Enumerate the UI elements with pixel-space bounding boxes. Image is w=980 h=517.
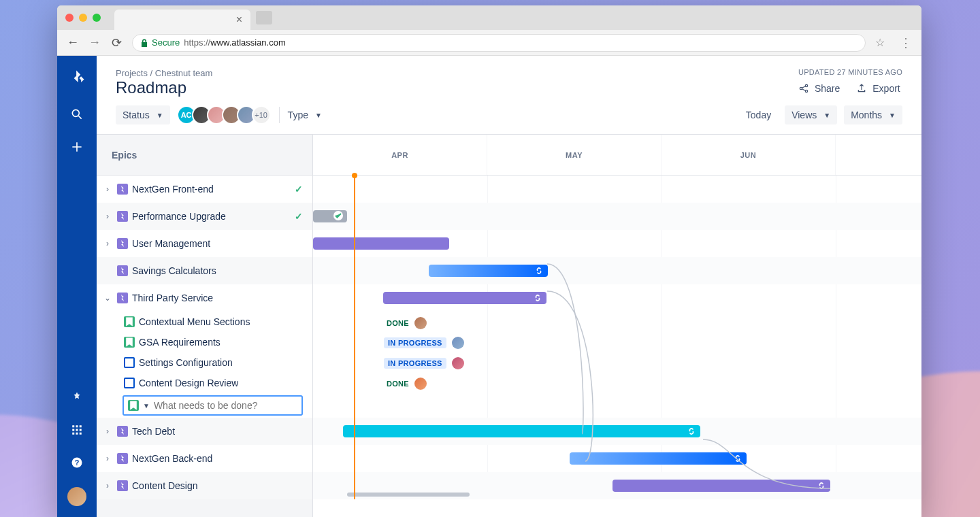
timeline-row <box>313 284 921 312</box>
search-icon[interactable] <box>69 106 85 122</box>
window-controls <box>65 14 101 22</box>
collapse-icon[interactable]: ⌄ <box>102 293 113 303</box>
epic-label: User Management <box>132 238 210 249</box>
epic-bar[interactable] <box>313 237 449 250</box>
months-button[interactable]: Months ▼ <box>844 105 902 124</box>
story-row[interactable]: Contextual Menu Sections <box>97 312 312 332</box>
avatar <box>414 317 427 329</box>
global-sidebar: ? <box>57 56 97 517</box>
epic-bar[interactable] <box>383 292 546 304</box>
check-icon: ✓ <box>295 184 303 195</box>
back-button[interactable]: ← <box>67 35 79 50</box>
epic-row[interactable]: › Content Design <box>97 472 312 499</box>
maximize-window-button[interactable] <box>93 14 101 22</box>
share-icon <box>798 83 809 94</box>
svg-rect-12 <box>80 433 82 435</box>
link-icon <box>817 481 826 490</box>
epic-row[interactable]: › Tech Debt <box>97 418 312 445</box>
timeline-row <box>313 176 921 203</box>
status-label: IN PROGRESS <box>384 358 446 369</box>
minimize-window-button[interactable] <box>79 14 87 22</box>
secure-label: Secure <box>152 37 180 48</box>
epic-row[interactable]: › User Management <box>97 230 312 257</box>
url-host: www.atlassian.com <box>210 37 286 48</box>
app-switcher-icon[interactable] <box>69 422 85 438</box>
breadcrumb-projects[interactable]: Projects <box>116 68 148 78</box>
timeline-row: IN PROGRESS <box>313 352 921 373</box>
help-icon[interactable]: ? <box>69 454 85 471</box>
timeline-row: DONE <box>313 373 921 393</box>
reload-button[interactable]: ⟳ <box>110 35 122 50</box>
timeline-row: DONE <box>313 312 921 332</box>
notifications-icon[interactable] <box>69 389 85 405</box>
status-filter[interactable]: Status ▼ <box>116 105 170 124</box>
url-protocol: https:// <box>184 37 210 48</box>
epic-row[interactable]: › Performance Upgrade ✓ <box>97 203 312 230</box>
browser-toolbar: ← → ⟳ Secure https:// www.atlassian.com … <box>57 30 921 56</box>
task-label: Settings Configuration <box>139 357 233 368</box>
create-input[interactable] <box>154 400 297 411</box>
avatar <box>452 357 464 369</box>
browser-tab[interactable]: × <box>114 10 250 30</box>
views-button[interactable]: Views ▼ <box>785 105 837 124</box>
epic-bar[interactable] <box>343 425 700 437</box>
export-label: Export <box>872 83 900 94</box>
chevron-down-icon[interactable]: ▼ <box>143 402 150 410</box>
type-label: Type <box>288 110 308 120</box>
epic-icon <box>117 238 128 249</box>
forward-button[interactable]: → <box>88 35 101 50</box>
epic-bar[interactable] <box>612 480 830 492</box>
breadcrumb: Projects / Chestnut team <box>116 68 212 78</box>
story-row[interactable]: GSA Requirements <box>97 332 312 352</box>
task-row[interactable]: Content Design Review <box>97 373 312 393</box>
profile-avatar[interactable] <box>67 487 86 506</box>
bookmark-icon[interactable]: ☆ <box>875 36 885 49</box>
epic-label: NextGen Front-end <box>132 184 214 195</box>
new-tab-button[interactable] <box>256 11 272 24</box>
address-bar[interactable]: Secure https:// www.atlassian.com <box>132 34 866 52</box>
epic-bar[interactable] <box>570 452 747 465</box>
today-button[interactable]: Today <box>739 105 778 124</box>
today-marker <box>352 173 357 178</box>
expand-icon[interactable]: › <box>102 184 113 194</box>
link-icon <box>687 427 696 436</box>
close-window-button[interactable] <box>65 14 74 22</box>
create-icon[interactable] <box>69 139 85 155</box>
expand-icon[interactable]: › <box>102 427 113 436</box>
today-label: Today <box>746 110 771 120</box>
type-filter[interactable]: Type ▼ <box>288 110 322 120</box>
close-tab-icon[interactable]: × <box>236 14 242 26</box>
task-row[interactable]: Settings Configuration <box>97 352 312 373</box>
epics-column: Epics › NextGen Front-end ✓ › Performanc… <box>97 135 313 517</box>
expand-icon[interactable]: › <box>102 454 113 463</box>
timeline-row: IN PROGRESS <box>313 332 921 352</box>
horizontal-scrollbar[interactable] <box>347 493 470 497</box>
timeline-row <box>313 203 921 230</box>
create-input-wrap[interactable]: ▼ <box>122 395 303 416</box>
assignee-filter[interactable]: AC +10 <box>181 105 271 124</box>
expand-icon[interactable]: › <box>102 212 113 221</box>
expand-icon[interactable]: › <box>102 481 113 490</box>
month-label: JUN <box>662 135 836 175</box>
expand-icon[interactable]: › <box>102 239 113 248</box>
browser-menu-icon[interactable]: ⋮ <box>900 35 912 50</box>
epic-bar[interactable] <box>313 210 347 222</box>
epic-row[interactable]: › NextGen Back-end <box>97 445 312 472</box>
epic-bar[interactable] <box>429 265 548 277</box>
epic-label: Tech Debt <box>132 426 175 437</box>
jira-logo[interactable] <box>67 68 86 87</box>
timeline-header: APR MAY JUN <box>313 135 921 176</box>
breadcrumb-team[interactable]: Chestnut team <box>155 68 213 78</box>
epics-header: Epics <box>97 135 312 176</box>
status-label: IN PROGRESS <box>384 337 446 348</box>
timeline-row <box>313 418 921 445</box>
epic-row[interactable]: ⌄ Third Party Service <box>97 284 312 312</box>
avatar-more[interactable]: +10 <box>252 105 271 124</box>
share-button[interactable]: Share <box>798 83 840 94</box>
export-button[interactable]: Export <box>856 83 900 94</box>
epic-row[interactable]: › NextGen Front-end ✓ <box>97 176 312 203</box>
epic-row[interactable]: › Savings Calculators <box>97 257 312 284</box>
today-line <box>354 176 355 499</box>
epic-icon <box>117 293 128 303</box>
epic-icon <box>117 480 128 491</box>
